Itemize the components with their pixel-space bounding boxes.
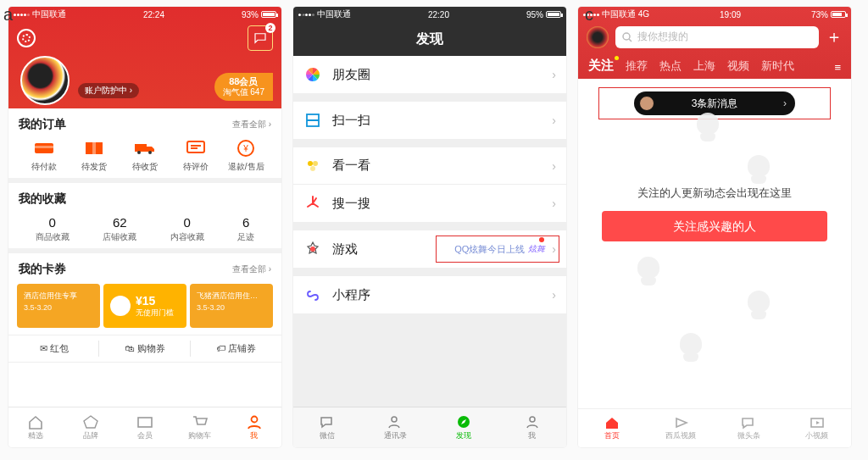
chip-hongbao[interactable]: ✉︎ 红包	[8, 335, 99, 362]
card-amount: ¥15	[136, 294, 174, 308]
tab-featured[interactable]: 精选	[8, 407, 63, 447]
member-line2: 淘气值 647	[223, 87, 264, 97]
tab-wechat[interactable]: 微信	[293, 407, 362, 447]
svg-point-18	[392, 417, 397, 422]
row-look[interactable]: 看一看 ›	[293, 147, 566, 185]
chip-shopping-coupon[interactable]: 🛍︎ 购物券	[99, 335, 190, 362]
coupon-card-3[interactable]: 飞猪酒店信用住… 3.5-3.20	[190, 284, 273, 328]
coupon-card-2[interactable]: ¥15 无使用门槛	[103, 284, 186, 328]
b-time: 22:20	[428, 10, 449, 19]
box-icon	[83, 139, 105, 158]
row-miniprogram[interactable]: 小程序 ›	[293, 276, 566, 313]
game-icon	[303, 240, 322, 258]
fav-content[interactable]: 0内容收藏	[170, 215, 204, 243]
coupon-card-1[interactable]: 酒店信用住专享 3.5-3.20	[17, 284, 100, 328]
fav-shops[interactable]: 62店铺收藏	[103, 215, 136, 243]
follow-cta-button[interactable]: 关注感兴趣的人	[602, 211, 827, 241]
tab-brand[interactable]: 品牌	[63, 407, 117, 447]
a-battery-pct: 93%	[242, 10, 259, 19]
phone-b: 中国联通 22:20 95% 发现 朋友圈 ›	[293, 7, 566, 447]
channel-recommend[interactable]: 推荐	[626, 58, 648, 74]
svg-point-21	[623, 33, 630, 40]
tab-label: 微信	[320, 430, 335, 441]
svg-rect-3	[92, 142, 96, 154]
phone-a: 中国联通 22:24 93% 2 账户防护中 › 88会员 淘气值 647	[8, 7, 281, 447]
orders-see-all[interactable]: 查看全部 ›	[232, 119, 271, 130]
tab-label: 会员	[137, 430, 153, 441]
pig-icon	[110, 296, 131, 316]
tab-label: 我	[528, 430, 536, 441]
moments-icon	[303, 65, 322, 84]
order-refund[interactable]: ¥ 退款/售后	[223, 139, 269, 173]
card-date: 3.5-3.20	[197, 303, 266, 312]
tab-label: 品牌	[83, 430, 98, 441]
avatar-stack-icon	[639, 96, 654, 111]
favs-title: 我的收藏	[19, 191, 66, 207]
miniprogram-icon	[303, 285, 322, 304]
order-pending-receive[interactable]: 待收货	[122, 139, 168, 173]
svg-point-17	[310, 247, 315, 252]
tab-discover[interactable]: 发现	[430, 407, 498, 447]
b-nav-title: 发现	[293, 22, 566, 56]
battery-icon	[261, 11, 276, 18]
cards-section: 我的卡券 查看全部 ›	[8, 253, 281, 279]
tab-weitoutiao[interactable]: 微头条	[715, 409, 783, 447]
figure-label-a: a	[3, 5, 13, 25]
c-search-input[interactable]: 搜你想搜的	[615, 26, 819, 48]
member-badge[interactable]: 88会员 淘气值 647	[214, 73, 273, 101]
chip-shop-coupon[interactable]: 🏷︎ 店铺券	[191, 335, 281, 362]
order-pending-payment[interactable]: 待付款	[21, 139, 67, 173]
fav-goods[interactable]: 0商品收藏	[36, 215, 70, 243]
channel-shanghai[interactable]: 上海	[693, 58, 715, 74]
tab-label: 首页	[604, 430, 620, 441]
c-carrier: 中国联通 4G	[602, 8, 649, 20]
svg-marker-23	[676, 418, 687, 427]
card-line1: 酒店信用住专享	[24, 291, 93, 302]
tab-member[interactable]: 会员	[118, 407, 172, 447]
fav-footprint[interactable]: 6足迹	[237, 215, 254, 243]
order-pending-review[interactable]: 待评价	[173, 139, 219, 173]
channel-newera[interactable]: 新时代	[761, 58, 794, 74]
tab-home[interactable]: 首页	[578, 409, 647, 447]
row-game[interactable]: 游戏 QQ炫舞今日上线 炫舞 ›	[293, 230, 566, 268]
svg-point-11	[251, 416, 257, 422]
search-radar-icon	[303, 194, 322, 213]
figure-label-c: c	[585, 5, 593, 25]
chevron-right-icon: ›	[552, 114, 556, 127]
tab-xigua[interactable]: 西瓜视频	[647, 409, 715, 447]
settings-gear-icon[interactable]	[17, 29, 36, 47]
order-pending-ship[interactable]: 待发货	[71, 139, 117, 173]
tab-shortvideo[interactable]: 小视频	[783, 409, 852, 447]
coupon-type-row: ✉︎ 红包 🛍︎ 购物券 🏷︎ 店铺券	[8, 335, 281, 363]
svg-rect-1	[35, 146, 53, 148]
tab-contacts[interactable]: 通讯录	[362, 407, 431, 447]
tab-cart[interactable]: 购物车	[172, 407, 226, 447]
cards-see-all[interactable]: 查看全部 ›	[232, 263, 271, 275]
c-avatar[interactable]	[587, 26, 609, 48]
svg-marker-25	[816, 421, 820, 424]
account-protect-pill[interactable]: 账户防护中 ›	[78, 83, 139, 98]
cards-title: 我的卡券	[19, 262, 66, 277]
tab-label: 我	[250, 430, 258, 441]
b-carrier: 中国联通	[317, 8, 351, 20]
c-header: 中国联通 4G 19:09 73% 搜你想搜的 ＋ 关注 推荐 热点	[578, 7, 851, 79]
channel-menu-icon[interactable]: ≡	[834, 61, 841, 74]
publish-plus-icon[interactable]: ＋	[826, 25, 843, 48]
row-moments[interactable]: 朋友圈 ›	[293, 56, 566, 93]
a-avatar[interactable]	[20, 56, 70, 105]
tab-me[interactable]: 我	[227, 407, 281, 447]
scan-icon	[303, 111, 322, 130]
tab-label: 精选	[28, 430, 43, 441]
messages-icon[interactable]: 2	[248, 25, 273, 51]
new-messages-pill[interactable]: 3条新消息 ›	[634, 91, 795, 115]
b-list: 朋友圈 › 扫一扫 › 看一看 › 搜一搜	[293, 56, 566, 407]
channel-video[interactable]: 视频	[727, 58, 749, 74]
orders-title: 我的订单	[19, 117, 66, 132]
channel-hot[interactable]: 热点	[659, 58, 682, 74]
c-body: 3条新消息 › 关注的人更新动态会出现在这里 关注感兴趣的人	[578, 79, 851, 408]
channel-follow[interactable]: 关注	[588, 58, 614, 74]
tab-me[interactable]: 我	[498, 407, 567, 447]
row-scan[interactable]: 扫一扫 ›	[293, 102, 566, 139]
row-search[interactable]: 搜一搜 ›	[293, 185, 566, 222]
message-badge: 2	[265, 23, 275, 33]
